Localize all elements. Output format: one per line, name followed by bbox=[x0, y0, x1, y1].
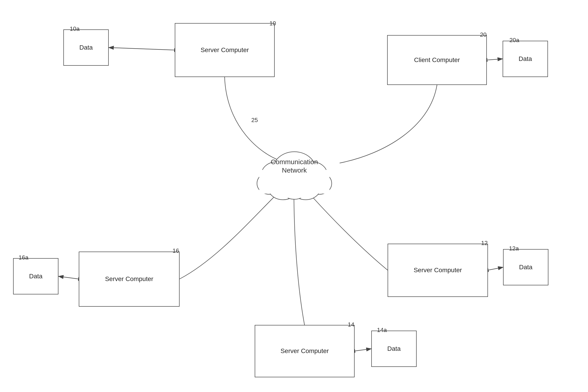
data12a-label: Data bbox=[519, 263, 532, 271]
data20a-box: Data bbox=[503, 41, 548, 77]
server14-box: Server Computer bbox=[255, 325, 355, 377]
ref-10a: 10a bbox=[70, 25, 79, 32]
client20-label: Client Computer bbox=[414, 56, 460, 64]
svg-text:Communication: Communication bbox=[271, 158, 318, 166]
ref-16a: 16a bbox=[18, 254, 28, 261]
data16a-box: Data bbox=[13, 258, 58, 294]
ref-10: 10 bbox=[269, 20, 276, 27]
data14a-box: Data bbox=[371, 331, 417, 367]
svg-line-5 bbox=[488, 267, 503, 270]
client20-box: Client Computer bbox=[387, 35, 487, 85]
server16-label: Server Computer bbox=[105, 275, 153, 283]
data10a-box: Data bbox=[63, 30, 109, 66]
data12a-box: Data bbox=[503, 249, 548, 285]
ref-12: 12 bbox=[481, 240, 488, 246]
ref-25: 25 bbox=[251, 117, 258, 124]
server14-label: Server Computer bbox=[281, 347, 329, 355]
svg-text:Network: Network bbox=[282, 166, 307, 174]
ref-14a: 14a bbox=[377, 326, 387, 334]
server12-label: Server Computer bbox=[414, 266, 462, 274]
diagram-container: Communication Network 25 Server Computer… bbox=[0, 0, 588, 392]
svg-line-3 bbox=[487, 59, 503, 60]
ref-14: 14 bbox=[348, 321, 354, 328]
ref-20: 20 bbox=[480, 31, 487, 38]
ref-12a: 12a bbox=[509, 245, 519, 252]
ref-20a: 20a bbox=[510, 37, 519, 44]
server16-box: Server Computer bbox=[79, 252, 179, 307]
data14a-label: Data bbox=[387, 345, 401, 353]
data10a-label: Data bbox=[79, 44, 93, 52]
svg-line-6 bbox=[355, 349, 371, 351]
ref-16: 16 bbox=[172, 247, 179, 254]
server12-box: Server Computer bbox=[388, 244, 488, 297]
server10-label: Server Computer bbox=[201, 46, 249, 54]
cloud-svg: Communication Network bbox=[242, 120, 346, 206]
svg-line-4 bbox=[58, 276, 79, 279]
server10-box: Server Computer bbox=[175, 23, 275, 77]
data20a-label: Data bbox=[519, 55, 532, 63]
svg-line-2 bbox=[109, 48, 175, 50]
data16a-label: Data bbox=[29, 272, 42, 280]
